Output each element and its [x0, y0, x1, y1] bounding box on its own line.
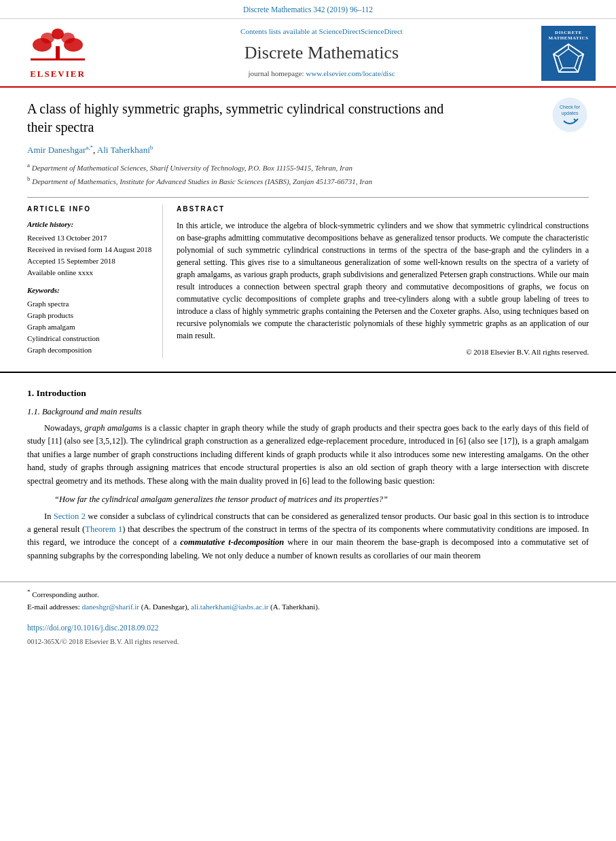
issn-line: 0012-365X/© 2018 Elsevier B.V. All right… [0, 635, 616, 652]
article-info-title: ARTICLE INFO [27, 204, 153, 215]
theorem1-ref[interactable]: Theorem 1 [85, 524, 122, 534]
doi-link[interactable]: https://doi.org/10.1016/j.disc.2018.09.0… [27, 624, 158, 632]
affiliation-a: a Department of Mathematical Sciences, S… [27, 161, 589, 174]
keyword-2: Graph products [27, 310, 153, 321]
history-revised: Received in revised form 14 August 2018 [27, 245, 153, 255]
journal-title: Discrete Mathematics [109, 40, 535, 66]
author1-link[interactable]: Amir Daneshgar [27, 145, 86, 155]
badge-title: DISCRETEMATHEMATICS [549, 30, 589, 41]
footnote-star: * Corresponding author. [27, 588, 589, 600]
email2-link[interactable]: ali.taherkhani@iasbs.ac.ir [191, 603, 268, 611]
abstract-text: In this article, we introduce the algebr… [177, 219, 589, 342]
section2-ref[interactable]: Section 2 [54, 512, 86, 521]
badge-pentagon-icon [551, 42, 585, 76]
email1-author: (A. Daneshgar), [141, 603, 189, 611]
article-body: ARTICLE INFO Article history: Received 1… [27, 197, 589, 358]
section1-paragraph2: In Section 2 we consider a subclass of c… [27, 510, 589, 563]
svg-text:Check for: Check for [560, 105, 581, 109]
keywords-label: Keywords: [27, 285, 153, 296]
main-content: 1. Introduction 1.1. Background and main… [0, 372, 616, 575]
svg-marker-9 [558, 49, 579, 68]
authors-line: Amir Daneshgara,*, Ali Taherkhanib [27, 143, 589, 157]
elsevier-tree-icon [27, 26, 88, 67]
author2-sup: b [150, 144, 153, 151]
page: Discrete Mathematics 342 (2019) 96–112 [0, 0, 616, 841]
keyword-1: Graph spectra [27, 299, 153, 310]
elsevier-brand-text: ELSEVIER [30, 68, 86, 81]
doi-line: https://doi.org/10.1016/j.disc.2018.09.0… [0, 618, 616, 636]
svg-point-7 [56, 50, 60, 54]
footnote-area: * Corresponding author. E-mail addresses… [0, 581, 616, 617]
section1-paragraph1: Nowadays, graph amalgams is a classic ch… [27, 422, 589, 488]
top-bar: Discrete Mathematics 342 (2019) 96–112 [0, 0, 616, 19]
homepage-url[interactable]: www.elsevier.com/locate/disc [306, 69, 395, 77]
keyword-4: Cylindrical construction [27, 334, 153, 344]
article-title: A class of highly symmetric graphs, symm… [27, 100, 462, 137]
affiliation-b: b Department of Mathematics, Institute f… [27, 175, 589, 187]
article-section: Check for updates A class of highly symm… [0, 88, 616, 365]
homepage-line: journal homepage: www.elsevier.com/locat… [109, 69, 535, 79]
section1-heading: 1. Introduction [27, 387, 589, 400]
check-updates-badge-icon[interactable]: Check for updates [551, 96, 589, 134]
history-online: Available online xxxx [27, 268, 153, 279]
abstract-panel: ABSTRACT In this article, we introduce t… [177, 204, 589, 358]
history-accepted: Accepted 15 September 2018 [27, 256, 153, 267]
journal-badge: DISCRETEMATHEMATICS [541, 26, 596, 81]
author1-sup: a,* [86, 144, 93, 151]
contents-text: Contents lists available at [240, 27, 317, 35]
contents-line: Contents lists available at ScienceDirec… [109, 26, 535, 37]
svg-point-6 [52, 29, 64, 39]
keyword-5: Graph decomposition [27, 345, 153, 356]
keyword-3: Graph amalgam [27, 322, 153, 333]
history-label: Article history: [27, 219, 153, 230]
abstract-title: ABSTRACT [177, 204, 589, 215]
footnote-emails: E-mail addresses: daneshgr@sharif.ir (A.… [27, 602, 589, 612]
blockquote: “How far the cylindrical amalgam general… [54, 493, 562, 506]
journal-reference: Discrete Mathematics 342 (2019) 96–112 [243, 5, 373, 14]
email1-link[interactable]: daneshgr@sharif.ir [82, 603, 139, 611]
copyright-line: © 2018 Elsevier B.V. All rights reserved… [177, 347, 589, 358]
journal-center: Contents lists available at ScienceDirec… [109, 26, 535, 81]
elsevier-logo: ELSEVIER [14, 26, 102, 81]
author2-link[interactable]: Ali Taherkhani [97, 145, 150, 155]
article-info-panel: ARTICLE INFO Article history: Received 1… [27, 204, 163, 358]
subsection1-heading: 1.1. Background and main results [27, 406, 589, 418]
svg-rect-0 [31, 58, 85, 60]
homepage-text: journal homepage: [248, 69, 304, 77]
email2-author: (A. Taherkhani). [270, 603, 320, 611]
journal-header: ELSEVIER Contents lists available at Sci… [0, 19, 616, 88]
sciencedirect-link[interactable]: ScienceDirect [319, 27, 361, 35]
history-received: Received 13 October 2017 [27, 233, 153, 244]
svg-text:updates: updates [562, 111, 579, 116]
